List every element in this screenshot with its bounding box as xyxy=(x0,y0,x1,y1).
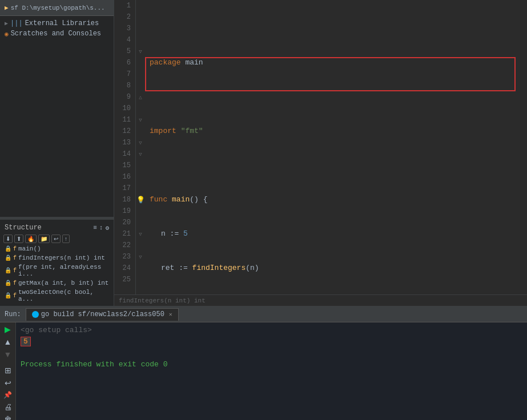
run-tab[interactable]: go build sf/newclass2/class050 ✕ xyxy=(26,308,179,321)
lock-icon: 🔒 xyxy=(5,255,11,261)
func-item-getmax[interactable]: 🔒 f getMax(a int, b int) int xyxy=(0,278,114,288)
breadcrumb: findIntegers(n int) int xyxy=(114,294,527,306)
func-icon: f xyxy=(13,280,17,286)
structure-btn-1[interactable]: ⬇ xyxy=(3,235,13,243)
run-wrap-button[interactable]: ↩ xyxy=(2,378,14,387)
lightbulb-icon[interactable]: 💡 xyxy=(136,196,145,204)
run-down-button[interactable]: ▼ xyxy=(2,350,14,359)
structure-btn-2[interactable]: ⬆ xyxy=(14,235,23,243)
go-icon xyxy=(32,311,39,318)
sidebar-item-label: External Libraries xyxy=(25,19,99,27)
run-play-button[interactable]: ▶ xyxy=(2,325,14,334)
run-sidebar: ▶ ▲ ▼ ⊞ ↩ 📌 🖨 🗑 xyxy=(0,322,16,420)
func-name: twoSelectOne(c bool, a... xyxy=(18,289,109,302)
fold-btn-21[interactable]: ▽ xyxy=(139,231,142,237)
sort-icon[interactable]: ↕ xyxy=(99,224,103,232)
line-num: 3 xyxy=(119,23,131,34)
line-num: 10 xyxy=(119,103,131,114)
code-line-6: n := 5 xyxy=(150,228,522,240)
func-name: f(pre int, alreadyLess i... xyxy=(18,264,109,277)
run-pin-button[interactable]: 📌 xyxy=(2,391,14,399)
run-trash-button[interactable]: 🗑 xyxy=(2,415,14,420)
line-num: 12 xyxy=(119,126,131,137)
line-num: 4 xyxy=(119,34,131,46)
lock-icon: 🔒 xyxy=(5,245,11,252)
line-num: 5 xyxy=(119,46,131,57)
run-label: Run: xyxy=(5,310,21,318)
sidebar-item-scratches[interactable]: ◉ Scratches and Consoles xyxy=(0,29,114,39)
output-line-4: Process finished with exit code 0 xyxy=(21,359,522,370)
run-print-button[interactable]: 🖨 xyxy=(2,402,14,411)
code-line-3: import "fmt" xyxy=(150,126,522,137)
func-icon: f xyxy=(13,255,17,261)
close-tab-icon[interactable]: ✕ xyxy=(169,311,172,318)
line-num: 18 xyxy=(119,194,131,205)
settings-icon[interactable]: ⚙ xyxy=(105,224,109,232)
run-grid-button[interactable]: ⊞ xyxy=(2,366,14,375)
line-num: 13 xyxy=(119,137,131,148)
structure-btn-fire[interactable]: 🔥 xyxy=(25,235,37,243)
sidebar-item-label: Scratches and Consoles xyxy=(11,30,101,38)
func-item-twoselectone[interactable]: 🔒 f twoSelectOne(c bool, a... xyxy=(0,288,114,304)
fold-btn-5[interactable]: ▽ xyxy=(139,49,142,55)
structure-toolbar-icons: ≡ ↕ ⚙ xyxy=(93,224,109,232)
line-num: 15 xyxy=(119,160,131,171)
fold-btn-23[interactable]: ▽ xyxy=(139,254,142,260)
run-output: <go setup calls> 5 Process finished with… xyxy=(16,322,527,420)
func-name: findIntegers(n int) int xyxy=(18,255,105,261)
run-panel: Run: go build sf/newclass2/class050 ✕ ▶ … xyxy=(0,306,527,420)
structure-btn-up[interactable]: ↑ xyxy=(62,235,70,243)
output-number: 5 xyxy=(21,337,31,346)
line-num: 14 xyxy=(119,148,131,160)
project-tree: ▶ ||| External Libraries ◉ Scratches and… xyxy=(0,16,114,217)
function-list: 🔒 f main() 🔒 f findIntegers(n int) int 🔒… xyxy=(0,244,114,304)
arrow-icon: ▶ xyxy=(5,20,8,27)
line-numbers: 1 2 3 4 5 6 7 8 9 10 11 12 13 14 15 16 1 xyxy=(114,0,136,294)
line-num: 8 xyxy=(119,80,131,91)
folder-icon: ▶ xyxy=(5,4,9,11)
line-num: 22 xyxy=(119,240,131,251)
line-num: 17 xyxy=(119,183,131,194)
func-icon: f xyxy=(13,293,17,299)
structure-panel: Structure ≡ ↕ ⚙ ⬇ ⬆ 🔥 📁 ↩ ↑ xyxy=(0,219,114,306)
code-line-4 xyxy=(150,160,522,171)
func-item-main[interactable]: 🔒 f main() xyxy=(0,244,114,253)
fold-btn-9[interactable]: △ xyxy=(139,94,142,100)
func-name: main() xyxy=(18,245,41,252)
scratches-icon: ◉ xyxy=(5,30,9,38)
func-item-f[interactable]: 🔒 f f(pre int, alreadyLess i... xyxy=(0,262,114,278)
structure-toolbar: ⬇ ⬆ 🔥 📁 ↩ ↑ xyxy=(0,233,114,244)
func-icon: f xyxy=(13,268,17,274)
structure-btn-folder[interactable]: 📁 xyxy=(38,235,50,243)
line-num: 19 xyxy=(119,205,131,217)
run-tab-label: go build sf/newclass2/class050 xyxy=(41,310,164,318)
run-tab-bar: Run: go build sf/newclass2/class050 ✕ xyxy=(0,306,527,322)
fold-btn-11[interactable]: ▽ xyxy=(139,117,142,123)
code-line-1: package main xyxy=(150,57,522,68)
project-path: sf D:\mysetup\gopath\s... xyxy=(11,5,105,11)
func-item-findintegers[interactable]: 🔒 f findIntegers(n int) int xyxy=(0,253,114,262)
line-num: 23 xyxy=(119,251,131,262)
line-num: 20 xyxy=(119,217,131,228)
func-icon: f xyxy=(13,246,17,252)
fold-btn-14[interactable]: ▽ xyxy=(139,151,142,158)
output-line-2: 5 xyxy=(21,336,522,348)
sidebar: ▶ sf D:\mysetup\gopath\s... ▶ ||| Extern… xyxy=(0,0,114,306)
sort-alpha-icon[interactable]: ≡ xyxy=(93,224,97,232)
code-editor[interactable]: package main import "fmt" func main() { … xyxy=(145,0,527,294)
run-up-button[interactable]: ▲ xyxy=(2,337,14,346)
code-container[interactable]: 1 2 3 4 5 6 7 8 9 10 11 12 13 14 15 16 1 xyxy=(114,0,527,294)
line-num: 25 xyxy=(119,274,131,285)
structure-btn-move[interactable]: ↩ xyxy=(51,235,61,243)
line-num: 16 xyxy=(119,171,131,183)
output-line-1: <go setup calls> xyxy=(21,325,522,336)
structure-title: Structure xyxy=(5,224,42,232)
code-line-2 xyxy=(150,91,522,103)
sidebar-item-external-libraries[interactable]: ▶ ||| External Libraries xyxy=(0,18,114,29)
structure-header: Structure ≡ ↕ ⚙ xyxy=(0,222,114,233)
run-content: ▶ ▲ ▼ ⊞ ↩ 📌 🖨 🗑 <go setup calls> 5 Proce… xyxy=(0,322,527,420)
lock-icon: 🔒 xyxy=(5,280,11,286)
lock-icon: 🔒 xyxy=(5,292,11,299)
project-header: ▶ sf D:\mysetup\gopath\s... xyxy=(0,0,114,16)
fold-btn-13[interactable]: ▽ xyxy=(139,140,142,146)
